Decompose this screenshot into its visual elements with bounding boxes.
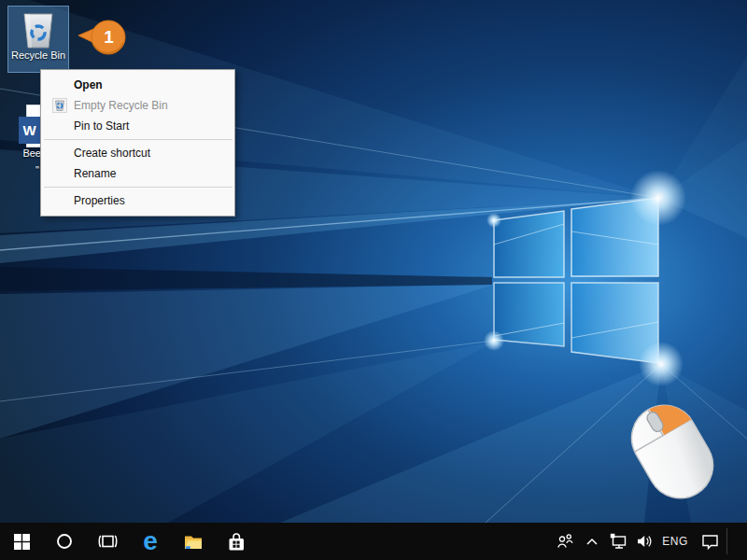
edge-button[interactable]: e (129, 523, 172, 560)
menu-item-open[interactable]: Open (41, 75, 234, 95)
show-hidden-icons-button[interactable] (579, 523, 605, 560)
context-menu: Open Empty Recycle Bin Pin to Start Crea… (40, 69, 235, 217)
menu-separator (44, 187, 233, 188)
system-tray: ENG (551, 523, 737, 560)
menu-item-create-shortcut[interactable]: Create shortcut (41, 143, 234, 163)
file-explorer-icon (183, 532, 204, 551)
menu-item-icon-space (52, 146, 74, 161)
menu-separator (44, 139, 233, 140)
menu-item-icon-space (52, 77, 74, 92)
network-button[interactable] (605, 523, 631, 560)
menu-item-icon-space (52, 119, 74, 133)
action-center-icon (701, 533, 719, 550)
taskbar: e (0, 523, 747, 560)
volume-button[interactable] (631, 523, 657, 560)
desktop-icon-recycle-bin[interactable]: Recycle Bin (7, 6, 69, 73)
word-w-badge: W (19, 117, 40, 144)
menu-item-empty-recycle-bin[interactable]: Empty Recycle Bin (41, 95, 234, 116)
store-button[interactable] (215, 523, 258, 560)
show-desktop-button[interactable] (727, 523, 737, 560)
search-button[interactable] (43, 523, 86, 560)
speaker-icon (637, 534, 653, 549)
chevron-up-icon (585, 537, 599, 546)
action-center-button[interactable] (693, 523, 726, 560)
people-button[interactable] (551, 523, 579, 560)
recycle-bin-label: Recycle Bin (11, 49, 65, 62)
menu-item-icon-space (52, 166, 74, 181)
people-icon (557, 534, 573, 549)
menu-item-icon-space (52, 193, 74, 208)
store-icon (226, 532, 247, 552)
file-explorer-button[interactable] (172, 523, 215, 560)
start-button[interactable] (0, 523, 43, 560)
recycle-bin-mini-icon (52, 98, 74, 113)
edge-icon: e (143, 528, 158, 554)
cortana-circle-icon (56, 533, 73, 550)
menu-item-properties[interactable]: Properties (41, 190, 234, 211)
task-view-button[interactable] (86, 523, 129, 560)
windows-logo-icon (14, 534, 30, 550)
menu-item-rename[interactable]: Rename (41, 163, 234, 184)
step-number: 1 (92, 27, 126, 48)
recycle-bin-icon (18, 7, 59, 49)
taskbar-left-buttons: e (0, 523, 258, 560)
mouse-right-click-icon (598, 381, 747, 525)
language-indicator[interactable]: ENG (657, 523, 693, 560)
network-icon (610, 533, 627, 550)
menu-item-pin-to-start[interactable]: Pin to Start (41, 116, 234, 136)
task-view-icon (98, 532, 118, 551)
